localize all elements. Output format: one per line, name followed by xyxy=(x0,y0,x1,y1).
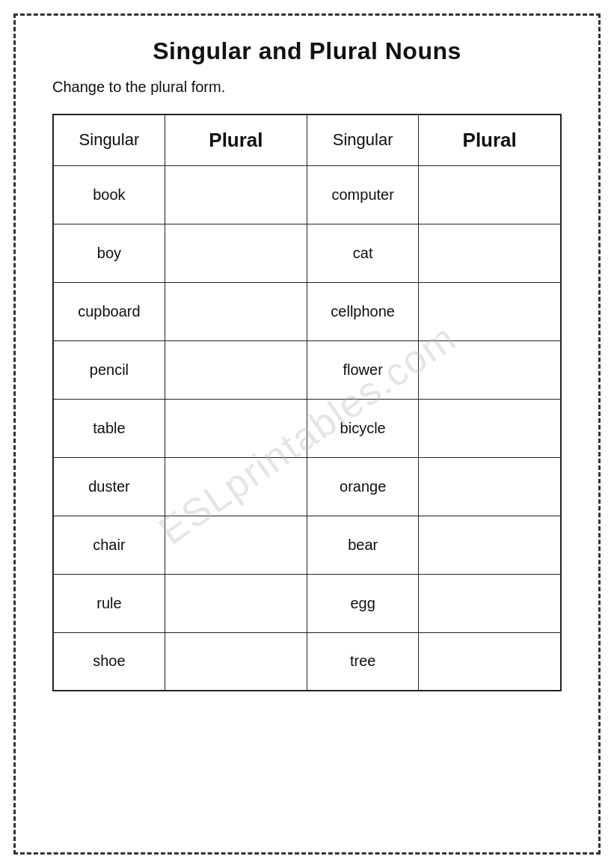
cell-right-singular: cellphone xyxy=(307,282,418,340)
cell-right-plural[interactable] xyxy=(419,282,561,340)
cell-left-singular: rule xyxy=(53,574,165,632)
noun-table: Singular Plural Singular Plural bookcomp… xyxy=(52,114,562,691)
cell-left-plural[interactable] xyxy=(165,340,307,399)
cell-right-singular: orange xyxy=(307,457,418,516)
header-singular-right: Singular xyxy=(307,114,418,165)
cell-left-plural[interactable] xyxy=(165,457,307,516)
table-row: tablebicycle xyxy=(53,399,561,457)
cell-right-plural[interactable] xyxy=(419,340,561,399)
cell-left-singular: duster xyxy=(53,457,165,516)
subtitle: Change to the plural form. xyxy=(52,79,562,96)
cell-left-singular: cupboard xyxy=(53,282,165,340)
header-plural-left: Plural xyxy=(165,114,307,165)
cell-right-plural[interactable] xyxy=(419,516,561,574)
cell-right-singular: bear xyxy=(307,516,418,574)
cell-left-plural[interactable] xyxy=(165,399,307,457)
cell-left-singular: book xyxy=(53,165,165,224)
page-title: Singular and Plural Nouns xyxy=(52,37,562,65)
cell-left-plural[interactable] xyxy=(165,632,307,691)
header-plural-right: Plural xyxy=(419,114,561,165)
cell-right-singular: cat xyxy=(307,224,418,282)
cell-right-singular: egg xyxy=(307,574,418,632)
header-singular-left: Singular xyxy=(53,114,165,165)
table-row: chairbear xyxy=(53,516,561,574)
cell-left-plural[interactable] xyxy=(165,516,307,574)
cell-right-singular: tree xyxy=(307,632,418,691)
cell-left-plural[interactable] xyxy=(165,224,307,282)
table-row: bookcomputer xyxy=(53,165,561,224)
table-row: boycat xyxy=(53,224,561,282)
cell-left-singular: pencil xyxy=(53,340,165,399)
cell-left-plural[interactable] xyxy=(165,165,307,224)
cell-left-singular: shoe xyxy=(53,632,165,691)
cell-right-plural[interactable] xyxy=(419,399,561,457)
table-header-row: Singular Plural Singular Plural xyxy=(53,114,561,165)
cell-left-plural[interactable] xyxy=(165,574,307,632)
table-row: dusterorange xyxy=(53,457,561,516)
page: Singular and Plural Nouns Change to the … xyxy=(0,0,614,868)
cell-right-plural[interactable] xyxy=(419,574,561,632)
cell-right-singular: bicycle xyxy=(307,399,418,457)
cell-right-plural[interactable] xyxy=(419,165,561,224)
cell-left-singular: chair xyxy=(53,516,165,574)
cell-right-plural[interactable] xyxy=(419,224,561,282)
cell-right-singular: computer xyxy=(307,165,418,224)
cell-left-singular: boy xyxy=(53,224,165,282)
table-row: ruleegg xyxy=(53,574,561,632)
cell-left-plural[interactable] xyxy=(165,282,307,340)
cell-right-plural[interactable] xyxy=(419,632,561,691)
table-row: pencilflower xyxy=(53,340,561,399)
cell-right-singular: flower xyxy=(307,340,418,399)
content: Singular and Plural Nouns Change to the … xyxy=(22,22,592,706)
cell-left-singular: table xyxy=(53,399,165,457)
table-row: cupboardcellphone xyxy=(53,282,561,340)
table-row: shoetree xyxy=(53,632,561,691)
cell-right-plural[interactable] xyxy=(419,457,561,516)
